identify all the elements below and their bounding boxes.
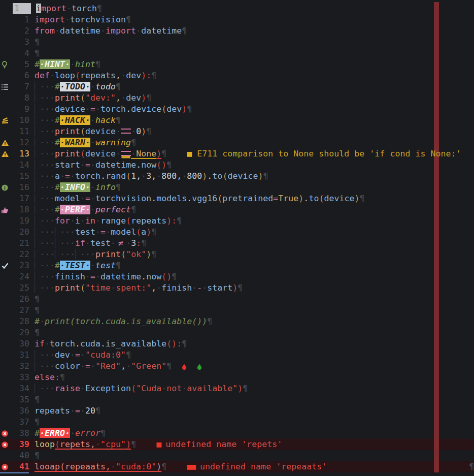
code-editor[interactable]: 1import·torch¶1import·torchvision¶2from·…: [0, 0, 474, 476]
code-line-7[interactable]: 7▏···#·TODO··todo¶: [0, 81, 474, 92]
code-text[interactable]: ▏···start·=·datetime.now()¶: [29, 160, 172, 171]
code-text[interactable]: ▏···#·WARN··warning¶: [29, 137, 136, 148]
line-number: 30: [13, 338, 29, 350]
code-line-27[interactable]: 27¶: [0, 305, 474, 316]
error-circle-icon: [0, 439, 13, 450]
code-line-8[interactable]: 8▏···print("dev:",·dev)¶: [0, 92, 474, 104]
code-text[interactable]: ▏···print("time·spent:",·finish·-·start)…: [29, 282, 243, 294]
code-text[interactable]: ▏···#·TEST··test¶: [29, 260, 121, 271]
code-text[interactable]: ▏···print("dev:",·dev)¶: [29, 92, 151, 104]
code-text[interactable]: ▏···▏···if·test·≠·3:¶: [29, 238, 146, 249]
code-text[interactable]: if·torch.cuda.is_available():¶: [29, 338, 187, 350]
line-number: 21: [13, 238, 29, 249]
code-text[interactable]: #·ERRO··error¶: [29, 428, 106, 439]
code-line-19[interactable]: 19▏···for·i·in·range(repeats):¶: [0, 215, 474, 227]
code-text[interactable]: ¶: [29, 48, 40, 59]
code-line-14[interactable]: 14▏···start·=·datetime.now()¶: [0, 160, 474, 171]
code-line-31[interactable]: 31▏···dev·=·"cuda:0"¶: [0, 350, 474, 361]
code-text[interactable]: #·print(torch.cuda.is_available())¶: [29, 316, 212, 327]
code-line-2[interactable]: 2from·datetime·import·datetime¶: [0, 25, 474, 37]
code-text[interactable]: ▏···#·HACK··hack¶: [29, 115, 121, 126]
code-line-32[interactable]: 32▏···color·=·"Red",·"Green"¶: [0, 361, 474, 372]
code-text[interactable]: ▏···print(device··None)¶ ■ E711 comparis…: [29, 148, 461, 160]
code-text[interactable]: import·torch¶: [31, 3, 102, 14]
code-text[interactable]: ▏···▏···▏···print("ok")¶: [29, 249, 156, 260]
code-text[interactable]: ▏···print(device··0)¶: [29, 126, 151, 137]
code-line-29[interactable]: 29¶: [0, 327, 474, 338]
line-number: 39: [13, 439, 29, 450]
line-number: 1: [13, 3, 31, 14]
code-text[interactable]: else:¶: [29, 372, 65, 383]
code-text[interactable]: loop(repets,·"cpu")¶ ■ undefined name 'r…: [29, 439, 282, 450]
code-text[interactable]: ▏···color·=·"Red",·"Green"¶: [29, 361, 202, 372]
code-line-4[interactable]: 4¶: [0, 48, 474, 59]
code-text[interactable]: ▏···#·INFO··info¶: [29, 182, 121, 193]
hint-lightbulb-icon: [0, 59, 13, 70]
code-line-36[interactable]: 36repeats·=·20¶: [0, 405, 474, 417]
sign-column: [0, 37, 13, 48]
code-line-18[interactable]: 18▏···#·PERF··perfect¶: [0, 204, 474, 215]
code-text[interactable]: ▏···▏···test·=·model(a)¶: [29, 227, 156, 238]
code-text[interactable]: ¶: [29, 450, 40, 461]
sign-column: [0, 450, 13, 461]
code-line-13[interactable]: 13▏···print(device··None)¶ ■ E711 compar…: [0, 148, 474, 160]
code-line-30[interactable]: 30if·torch.cuda.is_available():¶: [0, 338, 474, 350]
code-line-38[interactable]: 38#·ERRO··error¶: [0, 428, 474, 439]
code-line-40[interactable]: 40¶: [0, 450, 474, 461]
code-line-17[interactable]: 17▏···model·=·torchvision.models.vgg16(p…: [0, 193, 474, 204]
code-text[interactable]: import·torchvision¶: [29, 14, 131, 25]
code-text[interactable]: ¶: [29, 305, 40, 316]
code-line-3[interactable]: 3¶: [0, 37, 474, 48]
code-line-41[interactable]: 41looap(repeaats,·"cuda:0")¶ ■■ undefine…: [0, 461, 474, 472]
code-text[interactable]: ¶: [29, 394, 40, 405]
code-text[interactable]: ▏···device·=·torch.device(dev)¶: [29, 104, 192, 115]
code-text[interactable]: #·HINT··hint¶: [29, 59, 100, 70]
code-text[interactable]: ▏···model·=·torchvision.models.vgg16(pre…: [29, 193, 364, 204]
code-line-28[interactable]: 28#·print(torch.cuda.is_available())¶: [0, 316, 474, 327]
code-line-37[interactable]: 37¶: [0, 417, 474, 428]
code-text[interactable]: ▏···#·PERF··perfect¶: [29, 204, 136, 215]
code-line-6[interactable]: 6def·loop(repeats,·dev):¶: [0, 70, 474, 81]
sign-column: [0, 104, 13, 115]
code-text[interactable]: def·loop(repeats,·dev):¶: [29, 70, 156, 81]
sign-column: [0, 405, 13, 417]
statusline-edge: [0, 472, 29, 473]
code-line-33[interactable]: 33else:¶: [0, 372, 474, 383]
code-text[interactable]: ▏···for·i·in·range(repeats):¶: [29, 215, 182, 227]
code-line-24[interactable]: 24▏···finish·=·datetime.now()¶: [0, 271, 474, 282]
code-line-9[interactable]: 9▏···device·=·torch.device(dev)¶: [0, 104, 474, 115]
code-text[interactable]: ▏···finish·=·datetime.now()¶: [29, 271, 177, 282]
code-text[interactable]: ¶: [29, 37, 40, 48]
code-text[interactable]: ¶: [29, 294, 40, 305]
code-line-35[interactable]: 35¶: [0, 394, 474, 405]
code-text[interactable]: ¶: [29, 417, 40, 428]
code-line-1[interactable]: 1import·torchvision¶: [0, 14, 474, 25]
code-text[interactable]: ▏···dev·=·"cuda:0"¶: [29, 350, 131, 361]
code-text[interactable]: ▏···raise·Exception("Cuda·not·available"…: [29, 383, 248, 394]
code-line-34[interactable]: 34▏···raise·Exception("Cuda·not·availabl…: [0, 383, 474, 394]
code-line-20[interactable]: 20▏···▏···test·=·model(a)¶: [0, 227, 474, 238]
code-line-26[interactable]: 26¶: [0, 294, 474, 305]
code-line-11[interactable]: 11▏···print(device··0)¶: [0, 126, 474, 137]
code-text[interactable]: ▏···a·=·torch.rand(1,·3,·800,·800).to(de…: [29, 171, 268, 182]
code-text[interactable]: ¶: [29, 327, 40, 338]
test-tag: ·TEST·: [60, 261, 90, 270]
code-line-cursor[interactable]: 1import·torch¶: [0, 3, 474, 14]
code-line-12[interactable]: 12▏···#·WARN··warning¶: [0, 137, 474, 148]
code-line-21[interactable]: 21▏···▏···if·test·≠·3:¶: [0, 238, 474, 249]
code-text[interactable]: from·datetime·import·datetime¶: [29, 25, 187, 37]
code-line-15[interactable]: 15▏···a·=·torch.rand(1,·3,·800,·800).to(…: [0, 171, 474, 182]
code-text[interactable]: ▏···#·TODO··todo¶: [29, 81, 121, 92]
line-number: 17: [13, 193, 29, 204]
code-line-5[interactable]: 5#·HINT··hint¶: [0, 59, 474, 70]
code-line-23[interactable]: 23▏···#·TEST··test¶: [0, 260, 474, 271]
code-line-39[interactable]: 39loop(repets,·"cpu")¶ ■ undefined name …: [0, 439, 474, 450]
code-text[interactable]: repeats·=·20¶: [29, 405, 100, 417]
code-text[interactable]: looap(repeaats,·"cuda:0")¶ ■■ undefined …: [29, 461, 474, 472]
line-number: 26: [13, 294, 29, 305]
code-line-16[interactable]: 16▏···#·INFO··info¶: [0, 182, 474, 193]
code-line-10[interactable]: 10▏···#·HACK··hack¶: [0, 115, 474, 126]
line-number: 40: [13, 450, 29, 461]
code-line-22[interactable]: 22▏···▏···▏···print("ok")¶: [0, 249, 474, 260]
code-line-25[interactable]: 25▏···print("time·spent:",·finish·-·star…: [0, 282, 474, 294]
